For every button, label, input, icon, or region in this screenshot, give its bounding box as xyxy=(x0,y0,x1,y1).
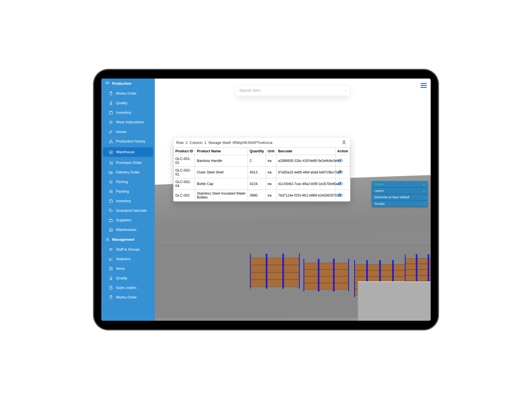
rack xyxy=(334,263,348,290)
chart-icon xyxy=(109,257,113,261)
svg-point-12 xyxy=(110,173,110,174)
sidebar: ProductionWorks OrderQualityInventoryWor… xyxy=(101,79,155,321)
svg-point-35 xyxy=(340,194,341,196)
sidebar-item-issues[interactable]: Issues xyxy=(101,127,155,137)
3d-viewport[interactable]: Row: 2 Column: 1 Storage Shelf: IRWqVIKX… xyxy=(155,102,431,321)
svg-point-5 xyxy=(109,121,112,123)
sidebar-item-label: Works Order xyxy=(116,91,137,95)
chevron-down-icon[interactable] xyxy=(341,89,350,92)
sidebar-item-scan-print-barcode[interactable]: Scan/print barcode xyxy=(101,206,155,215)
view-icon[interactable] xyxy=(337,158,343,163)
inventory-icon xyxy=(109,110,113,115)
svg-point-17 xyxy=(110,209,110,210)
sidebar-section-management[interactable]: Management xyxy=(101,235,155,245)
rack xyxy=(251,258,266,287)
svg-rect-14 xyxy=(109,190,112,193)
clipboard-icon xyxy=(109,295,113,300)
people-icon xyxy=(109,247,113,252)
sidebar-item-label: Production history xyxy=(116,139,145,143)
sidebar-item-warehouses[interactable]: Warehouses xyxy=(101,225,155,235)
sidebar-item-inventory[interactable]: Inventory xyxy=(101,108,155,117)
sidebar-item-label: Purchase Order xyxy=(116,161,142,165)
shelf-label: Storage Shelf: xyxy=(208,141,231,145)
sidebar-item-quality[interactable]: Quality xyxy=(101,98,155,108)
table-cell: ea xyxy=(266,166,276,178)
table-cell: d1c33e62-7cac-49a2-b05f-1e2b70ed5aaf xyxy=(276,178,336,190)
table-cell: 4224 xyxy=(248,178,266,190)
svg-point-13 xyxy=(111,173,112,174)
sidebar-item-purchase-order[interactable]: Purchase Order xyxy=(101,158,155,168)
table-cell: Bottle Cap xyxy=(195,178,248,190)
cart-icon xyxy=(109,161,113,165)
column-label: Column: xyxy=(190,141,203,145)
rack xyxy=(304,263,318,290)
svg-point-20 xyxy=(107,238,108,239)
sidebar-item-label: Quality xyxy=(116,101,127,105)
panel-label: Groups xyxy=(374,202,385,205)
sidebar-item-sales-orders[interactable]: Sales orders xyxy=(101,283,155,293)
view-icon[interactable] xyxy=(337,170,343,174)
sidebar-item-label: Delivery Order xyxy=(116,170,140,174)
view-icon[interactable] xyxy=(337,193,343,197)
sidebar-section-warehouse[interactable]: Warehouse xyxy=(103,147,153,157)
sidebar-section-label: Production xyxy=(112,81,131,86)
sidebar-item-quality[interactable]: Quality xyxy=(101,273,155,283)
sidebar-item-label: Items xyxy=(116,266,125,271)
chevron-down-icon: ⌄ xyxy=(423,202,425,205)
sidebar-item-staff-groups[interactable]: Staff & Groups xyxy=(101,245,155,254)
search-item-select[interactable] xyxy=(235,85,350,96)
warehouse-icon xyxy=(109,228,113,232)
main-area: Row: 2 Column: 1 Storage Shelf: IRWqVIKX… xyxy=(155,79,431,321)
sidebar-item-picking[interactable]: Picking xyxy=(101,177,155,187)
table-cell: Bamboo Handle xyxy=(195,155,248,166)
list-icon xyxy=(109,266,113,271)
row-value: 2 xyxy=(185,141,187,145)
sidebar-item-label: Sales orders xyxy=(116,286,137,290)
sidebar-item-statistics[interactable]: Statistics xyxy=(101,254,155,264)
sidebar-item-suppliers[interactable]: Suppliers xyxy=(101,215,155,225)
view-icon[interactable] xyxy=(337,181,343,186)
svg-point-0 xyxy=(107,83,108,84)
sidebar-item-production-history[interactable]: Production history xyxy=(101,137,155,146)
sidebar-item-items[interactable]: Items xyxy=(101,264,155,273)
table-header: Barcode xyxy=(276,147,336,155)
table-header: Quantity xyxy=(248,147,266,155)
action-cell xyxy=(336,155,350,166)
svg-point-8 xyxy=(111,142,111,142)
sidebar-item-works-order[interactable]: Works Order xyxy=(101,89,155,98)
badge-icon xyxy=(109,101,113,105)
clipboard-icon xyxy=(109,91,113,96)
svg-point-21 xyxy=(110,248,111,249)
table-cell: 7bd7124e-f203-4fc2-b666-b2e936357036 xyxy=(276,190,336,201)
sidebar-section-label: Warehouse xyxy=(116,150,135,154)
table-row: GLC-002Stainless Steel Insulated Water B… xyxy=(174,190,350,201)
svg-rect-18 xyxy=(109,220,113,222)
sidebar-item-label: Staff & Groups xyxy=(116,247,140,251)
sidebar-item-work-instructions[interactable]: Work Instructions xyxy=(101,117,155,127)
svg-point-9 xyxy=(110,164,111,164)
sidebar-item-works-order[interactable]: Works Order xyxy=(101,293,155,302)
inventory-icon xyxy=(109,199,113,203)
receipt-icon xyxy=(109,286,113,290)
sidebar-item-inventory[interactable]: Inventory xyxy=(101,196,155,206)
wrench-icon xyxy=(109,130,113,134)
panel-row-elements-on-layer-default[interactable]: Elements on layer default⌄ xyxy=(372,194,428,200)
box-icon xyxy=(109,189,113,194)
tablet-frame: ProductionWorks OrderQualityInventoryWor… xyxy=(94,70,438,329)
close-icon[interactable]: X xyxy=(341,140,347,146)
table-cell: 2 xyxy=(248,155,266,166)
search-input[interactable] xyxy=(235,88,341,93)
panel-row-guides[interactable]: Guides⌄ xyxy=(372,181,428,188)
sidebar-item-packing[interactable]: Packing xyxy=(101,187,155,196)
svg-rect-11 xyxy=(109,171,111,173)
menu-button[interactable] xyxy=(421,82,427,89)
layer-panel: Guides⌄Layers⌄Elements on layer default⌄… xyxy=(372,181,428,207)
sidebar-section-production[interactable]: Production xyxy=(101,79,155,89)
panel-row-groups[interactable]: Groups⌄ xyxy=(372,200,428,207)
sidebar-item-delivery-order[interactable]: Delivery Order xyxy=(101,168,155,177)
panel-row-layers[interactable]: Layers⌄ xyxy=(372,188,428,194)
chevron-down-icon: ⌄ xyxy=(423,195,425,199)
svg-point-3 xyxy=(110,101,112,103)
shelf-detail-popup: Row: 2 Column: 1 Storage Shelf: IRWqVIKX… xyxy=(173,137,350,202)
panel-label: Layers xyxy=(374,189,384,192)
